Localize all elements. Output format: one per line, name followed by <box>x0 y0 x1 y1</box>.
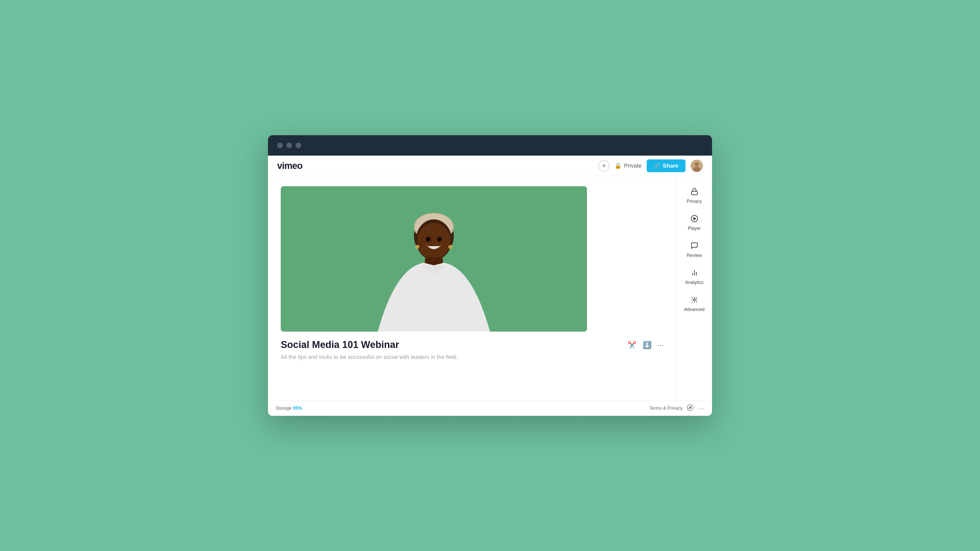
analytics-icon <box>690 269 698 278</box>
bottom-bar: Storage 95% Terms & Privacy ··· <box>268 400 712 416</box>
video-icon-actions: ✂️ ⬇️ ··· <box>628 339 663 349</box>
more-options-button[interactable]: ··· <box>658 341 663 349</box>
download-icon: ⬇️ <box>643 341 652 349</box>
main-content: vimeo + 🔒 Private 🔗 Share <box>268 156 712 416</box>
bottom-right: Terms & Privacy ··· <box>649 404 704 413</box>
video-title-row: Social Media 101 Webinar All the tips an… <box>281 339 663 365</box>
analytics-label: Analytics <box>685 280 703 285</box>
share-button[interactable]: 🔗 Share <box>647 159 686 172</box>
svg-point-11 <box>415 245 419 249</box>
lock-icon: 🔒 <box>614 162 621 169</box>
right-sidebar: Privacy Player <box>676 176 712 400</box>
plus-icon: + <box>602 162 606 170</box>
sidebar-item-advanced[interactable]: Advanced <box>679 292 710 316</box>
player-icon <box>690 215 698 224</box>
video-panel: Social Media 101 Webinar All the tips an… <box>268 176 676 400</box>
video-thumbnail-bg <box>281 186 587 332</box>
storage-info: Storage 95% <box>275 406 302 411</box>
top-bar: vimeo + 🔒 Private 🔗 Share <box>268 156 712 176</box>
top-bar-right: + 🔒 Private 🔗 Share <box>598 159 703 172</box>
review-icon <box>690 242 698 251</box>
compass-icon[interactable] <box>687 404 694 413</box>
browser-dots <box>277 143 301 148</box>
browser-dot-yellow <box>286 143 292 148</box>
video-title: Social Media 101 Webinar <box>281 339 458 350</box>
ellipsis-icon: ··· <box>658 341 663 349</box>
scissors-icon: ✂️ <box>628 341 636 349</box>
link-icon: 🔗 <box>654 163 660 169</box>
sidebar-item-privacy[interactable]: Privacy <box>679 184 710 208</box>
video-description: All the tips and tricks to be successful… <box>281 354 458 360</box>
private-badge[interactable]: 🔒 Private <box>614 162 641 169</box>
video-info: Social Media 101 Webinar All the tips an… <box>281 339 458 365</box>
svg-marker-16 <box>694 218 696 220</box>
sidebar-item-player[interactable]: Player <box>679 211 710 235</box>
browser-content: vimeo + 🔒 Private 🔗 Share <box>268 156 712 416</box>
privacy-label: Privacy <box>687 199 702 204</box>
avatar-image <box>690 160 703 172</box>
scissors-button[interactable]: ✂️ <box>628 341 636 349</box>
svg-rect-14 <box>691 191 697 195</box>
svg-point-1 <box>695 162 699 166</box>
advanced-icon <box>690 296 698 305</box>
add-button[interactable]: + <box>598 160 609 171</box>
download-button[interactable]: ⬇️ <box>643 341 652 349</box>
storage-percent: 95% <box>293 406 302 411</box>
svg-point-9 <box>426 237 431 242</box>
page-body: Social Media 101 Webinar All the tips an… <box>268 176 712 400</box>
share-label: Share <box>663 162 678 169</box>
advanced-label: Advanced <box>684 307 704 312</box>
sidebar-item-review[interactable]: Review <box>679 238 710 262</box>
storage-label: Storage <box>275 406 292 411</box>
avatar[interactable] <box>690 160 703 172</box>
svg-point-20 <box>694 299 695 301</box>
more-options-bottom[interactable]: ··· <box>698 405 704 412</box>
terms-link[interactable]: Terms & Privacy <box>649 406 682 411</box>
svg-point-8 <box>417 223 450 259</box>
player-label: Player <box>688 226 701 231</box>
browser-titlebar <box>268 135 712 156</box>
sidebar-item-analytics[interactable]: Analytics <box>679 265 710 289</box>
vimeo-logo: vimeo <box>277 160 302 171</box>
svg-marker-22 <box>689 407 691 409</box>
browser-window: vimeo + 🔒 Private 🔗 Share <box>268 135 712 416</box>
private-label: Private <box>624 162 641 169</box>
svg-point-12 <box>449 245 452 249</box>
review-label: Review <box>687 253 702 258</box>
browser-dot-green <box>296 143 301 148</box>
browser-dot-red <box>277 143 283 148</box>
video-thumbnail <box>281 186 587 332</box>
privacy-icon <box>690 188 698 197</box>
svg-point-2 <box>693 167 700 172</box>
person-svg <box>281 186 587 332</box>
svg-point-10 <box>437 237 442 242</box>
